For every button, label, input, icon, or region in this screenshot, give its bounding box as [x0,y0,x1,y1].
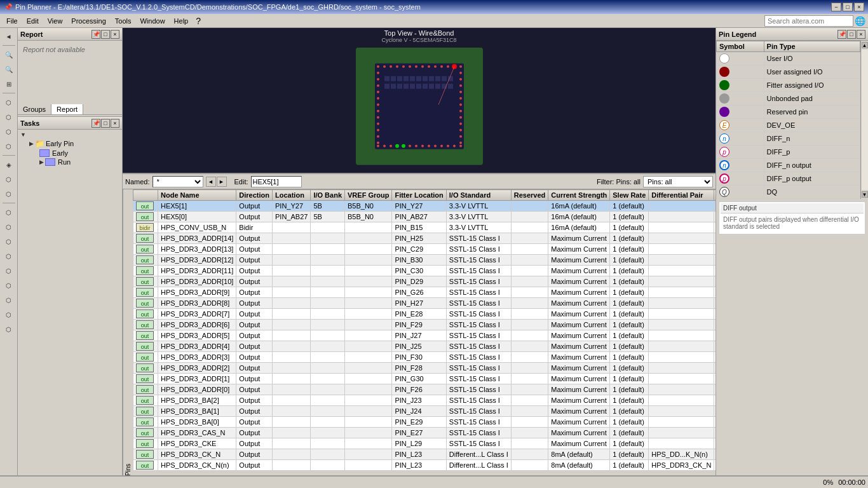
menu-help[interactable]: Help [170,16,193,26]
tree-root[interactable]: ▼ [19,131,121,139]
col-direction[interactable]: Direction [236,190,273,201]
maximize-button[interactable]: □ [843,3,853,11]
table-row[interactable]: out HPS_DDR3_BA[1] Output PIN_J24 SSTL-1… [133,406,716,417]
toolbar-btn-7[interactable]: ⬡ [2,187,16,201]
tasks-close-btn[interactable]: × [111,119,119,128]
table-row[interactable]: out HPS_DDR3_CKE Output PIN_L29 SSTL-15 … [133,438,716,449]
toolbar-btn-6[interactable]: ⬡ [2,172,16,186]
table-row[interactable]: out HPS_DDR3_ADDR[3] Output PIN_F30 SSTL… [133,352,716,363]
col-vref[interactable]: VREF Group [345,190,392,201]
prev-arrow[interactable]: ◄ [206,177,216,187]
edit-input[interactable] [251,176,302,187]
col-current[interactable]: Current Strength [548,190,610,201]
minimize-button[interactable]: − [831,3,841,11]
table-row[interactable]: out HEX5[1] Output PIN_Y27 5B B5B_N0 PIN… [133,201,716,212]
col-analog[interactable]: I/er Analog Settings [714,190,715,201]
table-row[interactable]: out HPS_DDR3_ADDR[13] Output PIN_C29 SST… [133,244,716,255]
table-row[interactable]: out HPS_DDR3_ADDR[14] Output PIN_H25 SST… [133,233,716,244]
legend-scrollbar[interactable]: ▲ ▼ [860,41,868,199]
filter-select[interactable]: Pins: all Pins: unassigned Pins: assigne… [643,176,713,187]
toolbar-btn-4[interactable]: ⬡ [2,139,16,153]
close-button[interactable]: × [854,3,864,11]
report-restore-btn[interactable]: □ [101,30,110,39]
tab-groups[interactable]: Groups [18,104,51,114]
menu-file[interactable]: File [3,16,22,26]
all-pins-tab[interactable]: All Pins [123,189,133,488]
table-row[interactable]: out HPS_DDR3_ADDR[0] Output PIN_F26 SSTL… [133,384,716,395]
toolbar-btn-2[interactable]: ⬡ [2,110,16,124]
user-assigned-symbol [719,67,729,77]
toolbar-btn-10[interactable]: ⬡ [2,234,16,248]
table-row[interactable]: out HPS_DDR3_ADDR[9] Output PIN_G26 SSTL… [133,287,716,298]
col-fitter[interactable]: Fitter Location [392,190,446,201]
table-area[interactable]: Node Name Direction Location I/O Bank VR… [133,189,715,488]
scrollbar-down[interactable]: ▼ [862,191,868,198]
menu-processing[interactable]: Processing [67,16,109,26]
toolbar-btn-13[interactable]: ⬡ [2,278,16,292]
toolbar-fit[interactable]: ⊞ [2,77,16,91]
app-icon: 📌 [4,3,13,11]
scrollbar-up[interactable]: ▲ [862,42,868,48]
table-row[interactable]: out HPS_DDR3_CK_N(n) Output PIN_L23 Diff… [133,460,716,471]
toolbar-btn-15[interactable]: ⬡ [2,308,16,322]
named-select[interactable]: * [153,176,203,187]
toolbar-zoom-out[interactable]: 🔍 [2,62,16,76]
toolbar-btn-8[interactable]: ⬡ [2,205,16,219]
table-row[interactable]: out HPS_DDR3_ADDR[10] Output PIN_D29 SST… [133,276,716,287]
toolbar-btn-11[interactable]: ⬡ [2,249,16,263]
col-location[interactable]: Location [273,190,311,201]
table-row[interactable]: out HPS_DDR3_ADDR[4] Output PIN_J25 SSTL… [133,341,716,352]
tree-run[interactable]: ▶ Run [19,158,121,166]
tasks-restore-btn[interactable]: □ [101,119,110,128]
table-row[interactable]: out HPS_DDR3_CK_N Output PIN_L23 Differe… [133,449,716,460]
svg-point-23 [421,145,424,147]
table-row[interactable]: out HPS_DDR3_ADDR[1] Output PIN_G30 SSTL… [133,374,716,384]
legend-pin-btn[interactable]: 📌 [837,30,846,39]
report-pin-btn[interactable]: 📌 [92,30,100,39]
toolbar-btn-1[interactable]: ⬡ [2,95,16,109]
table-row[interactable]: out HPS_DDR3_ADDR[7] Output PIN_E28 SSTL… [133,309,716,320]
scrollbar-track[interactable] [862,50,868,190]
table-row[interactable]: out HPS_DDR3_ADDR[2] Output PIN_F28 SSTL… [133,363,716,374]
menu-tools[interactable]: Tools [111,16,135,26]
tree-early-child[interactable]: Early [19,149,121,158]
table-row[interactable]: bidir HPS_CONV_USB_N Bidir PIN_B15 3.3-V… [133,222,716,233]
menu-view[interactable]: View [44,16,67,26]
tree-early-pin[interactable]: ▶ 📁 Early Pin [19,139,121,149]
menu-window[interactable]: Window [136,16,168,26]
toolbar-btn-16[interactable]: ⬡ [2,322,16,336]
col-node-name[interactable]: Node Name [158,190,236,201]
table-row[interactable]: out HPS_DDR3_BA[0] Output PIN_E29 SSTL-1… [133,417,716,428]
cell-current: Maximum Current [548,374,610,384]
toolbar-btn-14[interactable]: ⬡ [2,293,16,307]
toolbar-btn-5[interactable]: ◈ [2,158,16,172]
table-row[interactable]: out HPS_DDR3_ADDR[12] Output PIN_B30 SST… [133,255,716,266]
table-row[interactable]: out HEX5[0] Output PIN_AB27 5B B5B_N0 PI… [133,212,716,222]
search-input[interactable] [764,15,853,27]
menu-edit[interactable]: Edit [23,16,43,26]
next-arrow[interactable]: ► [217,177,227,187]
cell-name: HPS_DDR3_ADDR[12] [158,255,236,266]
report-close-btn[interactable]: × [111,30,119,39]
toolbar-btn-9[interactable]: ⬡ [2,220,16,234]
table-row[interactable]: out HPS_DDR3_ADDR[8] Output PIN_H27 SSTL… [133,298,716,309]
table-row[interactable]: out HPS_DDR3_ADDR[5] Output PIN_J27 SSTL… [133,330,716,341]
legend-restore-btn[interactable]: □ [847,30,856,39]
toolbar-btn-3[interactable]: ⬡ [2,125,16,139]
col-slew[interactable]: Slew Rate [610,190,649,201]
tasks-pin-btn[interactable]: 📌 [92,119,100,128]
toolbar-select[interactable]: ◄ [2,29,16,43]
table-row[interactable]: out HPS_DDR3_BA[2] Output PIN_J23 SSTL-1… [133,395,716,406]
tab-report[interactable]: Report [51,104,83,114]
table-row[interactable]: out HPS_DDR3_ADDR[11] Output PIN_C30 SST… [133,266,716,276]
col-io-std[interactable]: I/O Standard [446,190,511,201]
table-row[interactable]: out HPS_DDR3_CAS_N Output PIN_E27 SSTL-1… [133,428,716,438]
col-diff-pair[interactable]: Differential Pair [649,190,714,201]
legend-close-btn[interactable]: × [857,30,865,39]
col-io-bank[interactable]: I/O Bank [311,190,345,201]
toolbar-btn-12[interactable]: ⬡ [2,264,16,278]
cell-analog [714,298,715,309]
col-reserved[interactable]: Reserved [511,190,548,201]
table-row[interactable]: out HPS_DDR3_ADDR[6] Output PIN_F29 SSTL… [133,320,716,330]
toolbar-zoom-in[interactable]: 🔍 [2,48,16,62]
